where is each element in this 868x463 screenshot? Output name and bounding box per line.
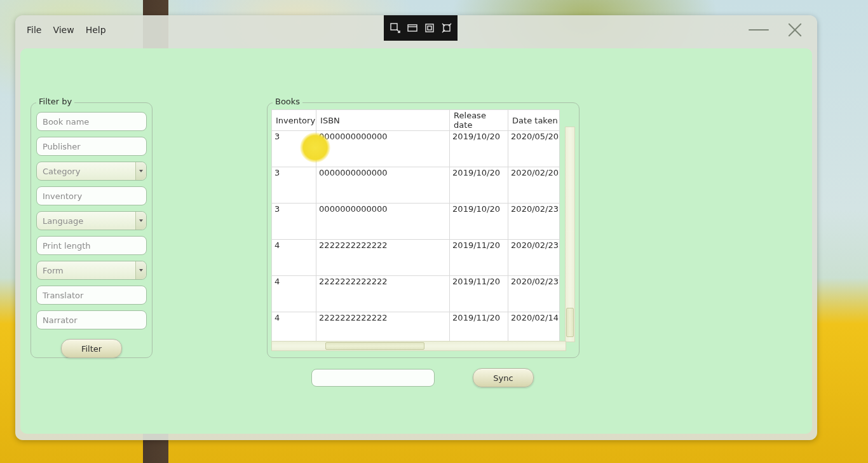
vertical-scrollbar[interactable]: [565, 127, 575, 342]
print-length-input[interactable]: Print length: [36, 236, 147, 255]
sync-input[interactable]: [311, 369, 435, 387]
book-name-placeholder: Book name: [43, 117, 89, 127]
inventory-input[interactable]: Inventory: [36, 186, 147, 205]
menu-view[interactable]: View: [53, 25, 74, 35]
svg-rect-3: [428, 26, 431, 30]
cell-release-date[interactable]: 2019/10/20: [450, 131, 508, 167]
content-pane: Filter by Book name Publisher Category I…: [20, 48, 812, 434]
cell-release-date[interactable]: 2019/10/20: [450, 204, 508, 240]
form-combo[interactable]: Form: [36, 261, 147, 280]
book-name-input[interactable]: Book name: [36, 112, 147, 131]
menu-file[interactable]: File: [27, 25, 41, 35]
col-isbn[interactable]: ISBN: [316, 110, 450, 131]
publisher-input[interactable]: Publisher: [36, 137, 147, 156]
floating-toolbar: [384, 15, 458, 41]
horizontal-scroll-thumb[interactable]: [325, 342, 424, 350]
table-row[interactable]: 422222222222222019/11/202020/02/23: [272, 276, 560, 312]
cell-inventory[interactable]: 3: [272, 131, 316, 167]
window-controls: [749, 15, 812, 45]
filter-legend: Filter by: [36, 97, 74, 106]
cell-inventory[interactable]: 4: [272, 240, 316, 276]
cell-date-taken[interactable]: 2020/02/20: [508, 167, 560, 204]
narrator-input[interactable]: Narrator: [36, 310, 147, 329]
chevron-down-icon[interactable]: [135, 261, 146, 279]
cell-release-date[interactable]: 2019/11/20: [450, 240, 508, 276]
cell-inventory[interactable]: 3: [272, 204, 316, 240]
language-placeholder: Language: [43, 216, 83, 226]
col-inventory[interactable]: Inventory: [272, 110, 316, 131]
desktop-background: File View Help Filter by Book name Publi…: [0, 0, 868, 463]
cell-date-taken[interactable]: 2020/02/23: [508, 240, 560, 276]
filter-button[interactable]: Filter: [61, 339, 122, 358]
col-date-taken[interactable]: Date taken: [508, 110, 560, 131]
books-table: Inventory ISBN Release date Date taken 3…: [271, 109, 560, 349]
category-combo[interactable]: Category: [36, 162, 147, 181]
chevron-down-icon[interactable]: [135, 212, 146, 230]
table-row[interactable]: 300000000000002019/10/202020/02/20: [272, 167, 560, 204]
translator-placeholder: Translator: [43, 291, 83, 300]
app-window: File View Help Filter by Book name Publi…: [15, 15, 817, 440]
cell-isbn[interactable]: 2222222222222: [316, 276, 450, 312]
tool-capture-icon[interactable]: [440, 22, 453, 34]
svg-rect-0: [391, 24, 397, 30]
minimize-icon[interactable]: [749, 29, 769, 31]
books-legend: Books: [273, 97, 302, 106]
category-placeholder: Category: [43, 167, 80, 176]
cell-isbn[interactable]: 0000000000000: [316, 167, 450, 204]
inventory-placeholder: Inventory: [43, 191, 82, 201]
form-placeholder: Form: [43, 266, 64, 275]
cell-isbn[interactable]: 0000000000000: [316, 131, 450, 167]
cell-release-date[interactable]: 2019/11/20: [450, 276, 508, 312]
cell-inventory[interactable]: 3: [272, 167, 316, 204]
sync-row: Sync: [267, 366, 578, 389]
col-release-date[interactable]: Release date: [450, 110, 508, 131]
cell-isbn[interactable]: 2222222222222: [316, 240, 450, 276]
tool-window-icon[interactable]: [423, 22, 436, 34]
table-row[interactable]: 300000000000002019/10/202020/05/20: [272, 131, 560, 167]
svg-rect-2: [426, 24, 433, 32]
cell-inventory[interactable]: 4: [272, 276, 316, 312]
table-row[interactable]: 422222222222222019/11/202020/02/23: [272, 240, 560, 276]
cell-date-taken[interactable]: 2020/02/23: [508, 276, 560, 312]
narrator-placeholder: Narrator: [43, 315, 78, 325]
filter-groupbox: Filter by Book name Publisher Category I…: [31, 102, 153, 358]
books-table-wrap: Inventory ISBN Release date Date taken 3…: [271, 109, 575, 351]
sync-button[interactable]: Sync: [473, 368, 534, 387]
publisher-placeholder: Publisher: [43, 142, 81, 151]
vertical-scroll-thumb[interactable]: [566, 308, 574, 337]
language-combo[interactable]: Language: [36, 211, 147, 230]
tool-select-icon[interactable]: [389, 22, 402, 34]
table-header-row: Inventory ISBN Release date Date taken: [272, 110, 560, 131]
svg-rect-1: [408, 25, 417, 31]
cell-isbn[interactable]: 0000000000000: [316, 204, 450, 240]
horizontal-scrollbar[interactable]: [271, 341, 566, 351]
close-icon[interactable]: [787, 22, 803, 38]
tool-dialog-icon[interactable]: [406, 22, 419, 34]
table-row[interactable]: 300000000000002019/10/202020/02/23: [272, 204, 560, 240]
cell-date-taken[interactable]: 2020/05/20: [508, 131, 560, 167]
chevron-down-icon[interactable]: [135, 162, 146, 180]
cell-release-date[interactable]: 2019/10/20: [450, 167, 508, 204]
menu-help[interactable]: Help: [86, 25, 106, 35]
print-length-placeholder: Print length: [43, 241, 90, 251]
translator-input[interactable]: Translator: [36, 286, 147, 305]
books-groupbox: Books Inventory ISBN Release date Date t…: [267, 102, 580, 358]
cell-date-taken[interactable]: 2020/02/23: [508, 204, 560, 240]
